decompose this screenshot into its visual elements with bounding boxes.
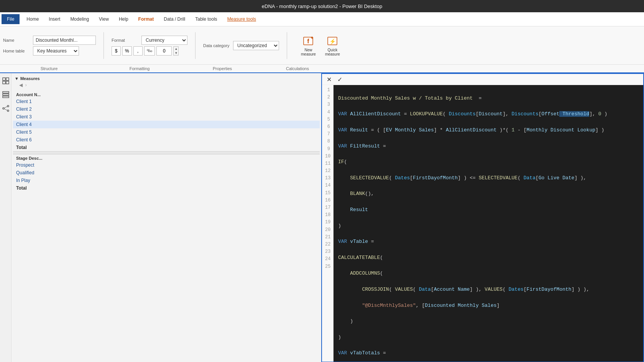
name-label: Name xyxy=(3,38,30,43)
svg-point-13 xyxy=(7,105,9,107)
home-table-label: Home table xyxy=(3,49,30,53)
new-measure-btn[interactable]: f + Newmeasure xyxy=(298,33,319,58)
svg-rect-10 xyxy=(3,94,9,95)
ribbon-section-labels: Structure Formatting Properties Calculat… xyxy=(0,65,644,73)
svg-rect-5 xyxy=(3,78,5,80)
menu-bar: File Home Insert Modeling View Help Form… xyxy=(0,12,644,26)
data-category-label: Data category xyxy=(203,43,230,48)
format-row: Format Currency xyxy=(112,36,187,45)
svg-rect-8 xyxy=(6,81,9,84)
list-item-total[interactable]: Total xyxy=(13,144,320,151)
home-table-select[interactable]: Key Measures xyxy=(33,46,79,56)
spinner-up[interactable]: ▲ xyxy=(174,47,178,51)
list-item[interactable]: Qualified xyxy=(13,169,320,177)
separator-1 xyxy=(104,32,104,59)
confirm-editor-btn[interactable]: ✓ xyxy=(336,75,343,83)
structure-group: Name Home table Key Measures xyxy=(3,36,96,56)
list-item[interactable]: Client 1 xyxy=(13,98,320,105)
menu-item-file[interactable]: File xyxy=(2,14,20,24)
formatting-group: Format Currency $ % , ⁰/₀₀ ▲ ▼ xyxy=(112,36,187,56)
list-item[interactable]: Client 2 xyxy=(13,105,320,113)
code-container: 12345 678910 1112131415 1617181920 21222… xyxy=(322,85,643,362)
line-numbers: 12345 678910 1112131415 1617181920 21222… xyxy=(322,85,334,362)
model-view-icon[interactable] xyxy=(1,104,10,113)
editor-toolbar: ✕ ✓ xyxy=(322,74,643,85)
section-properties: Properties xyxy=(184,66,261,71)
data-view-icon[interactable] xyxy=(1,90,10,99)
quick-measure-label: Quickmeasure xyxy=(325,48,340,56)
measures-header: ▼ Measures xyxy=(13,75,320,82)
data-category-select[interactable]: Uncategorized xyxy=(233,41,279,50)
list-item[interactable]: Prospect xyxy=(13,161,320,169)
code-content[interactable]: Discounted Monthly Sales w / Totals by C… xyxy=(334,85,644,362)
left-sidebar: ▼ Measures ◀ › Account N... Client 1 Cli… xyxy=(0,73,321,362)
menu-item-view[interactable]: View xyxy=(94,14,113,24)
main-area: ▼ Measures ◀ › Account N... Client 1 Cli… xyxy=(0,73,644,362)
decimal-btn[interactable]: ⁰/₀₀ xyxy=(144,46,155,56)
report-view-icon[interactable] xyxy=(1,76,10,85)
svg-text:⚡: ⚡ xyxy=(329,38,336,45)
measures-label: Measures xyxy=(20,76,40,81)
svg-rect-6 xyxy=(6,78,9,80)
list-item[interactable]: Client 6 xyxy=(13,136,320,144)
list-item[interactable]: In Play xyxy=(13,177,320,184)
calculations-group: f + Newmeasure ⚡ Quickmeasure xyxy=(298,33,343,58)
spinner-down[interactable]: ▼ xyxy=(174,51,178,55)
data-category-group: Data category Uncategorized xyxy=(203,41,279,50)
menu-item-modeling[interactable]: Modeling xyxy=(66,14,94,24)
svg-point-12 xyxy=(3,108,4,109)
section-structure: Structure xyxy=(3,66,95,71)
home-table-row: Home table Key Measures xyxy=(3,46,96,56)
svg-text:+: + xyxy=(311,35,314,41)
menu-item-help[interactable]: Help xyxy=(114,14,133,24)
svg-rect-9 xyxy=(3,92,9,93)
title-text: eDNA - monthly ramp-up solution2 - Power… xyxy=(262,3,382,9)
list-item-total-stage[interactable]: Total xyxy=(13,184,320,192)
section-formatting: Formatting xyxy=(101,66,178,71)
comma-btn[interactable]: , xyxy=(133,46,143,56)
menu-item-table-tools[interactable]: Table tools xyxy=(191,14,222,24)
name-input[interactable] xyxy=(33,36,96,45)
svg-rect-11 xyxy=(3,96,9,98)
separator-3 xyxy=(287,32,287,59)
toolbar: Name Home table Key Measures Format Curr… xyxy=(0,26,644,65)
list-item-client4[interactable]: Client 4 xyxy=(13,121,320,128)
quick-measure-btn[interactable]: ⚡ Quickmeasure xyxy=(322,33,343,58)
name-row: Name xyxy=(3,36,96,45)
decimal-spinner[interactable]: ▲ ▼ xyxy=(173,46,179,56)
quick-measure-icon: ⚡ xyxy=(326,35,338,47)
svg-rect-7 xyxy=(3,81,5,84)
svg-line-16 xyxy=(4,109,7,110)
title-bar: eDNA - monthly ramp-up solution2 - Power… xyxy=(0,0,644,12)
menu-item-measure-tools[interactable]: Measure tools xyxy=(223,14,261,24)
account-section-header: Account N... xyxy=(13,91,320,98)
new-measure-icon: f + xyxy=(302,35,314,47)
menu-ribbon: File Home Insert Modeling View Help Form… xyxy=(0,12,644,26)
editor-area: ✕ ✓ 12345 678910 1112131415 1617181920 2… xyxy=(321,73,644,362)
new-measure-label: Newmeasure xyxy=(301,48,316,56)
panel-icons xyxy=(0,73,12,362)
currency-btn[interactable]: $ xyxy=(112,46,121,56)
svg-point-14 xyxy=(7,110,9,111)
format-select[interactable]: Currency xyxy=(141,36,187,45)
measures-chevron[interactable]: ▼ xyxy=(15,76,19,81)
list-item[interactable]: Client 5 xyxy=(13,128,320,136)
menu-item-home[interactable]: Home xyxy=(22,14,43,24)
menu-item-format[interactable]: Format xyxy=(134,14,159,24)
menu-item-insert[interactable]: Insert xyxy=(44,14,65,24)
panel-collapse[interactable]: ◀ › xyxy=(13,82,320,91)
decimal-input[interactable] xyxy=(156,46,172,56)
close-editor-btn[interactable]: ✕ xyxy=(325,75,333,83)
format-controls: $ % , ⁰/₀₀ ▲ ▼ xyxy=(112,46,187,56)
svg-text:f: f xyxy=(307,38,310,44)
svg-line-15 xyxy=(4,106,7,108)
stage-section-header: Stage Desc... xyxy=(13,154,320,161)
separator-2 xyxy=(195,32,196,59)
list-item[interactable]: Client 3 xyxy=(13,113,320,121)
format-label: Format xyxy=(112,38,138,43)
section-calculations: Calculations xyxy=(267,66,328,71)
menu-item-data-drill[interactable]: Data / Drill xyxy=(159,14,190,24)
percent-btn[interactable]: % xyxy=(122,46,132,56)
data-category-row: Data category Uncategorized xyxy=(203,41,279,50)
field-list: ▼ Measures ◀ › Account N... Client 1 Cli… xyxy=(12,73,321,362)
